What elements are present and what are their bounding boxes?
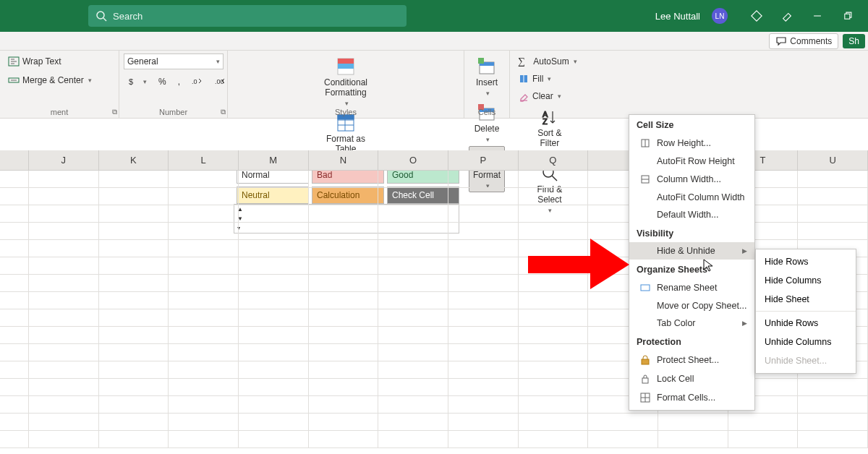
merge-center-icon bbox=[8, 74, 20, 86]
row-height-icon bbox=[639, 137, 651, 149]
col-header[interactable] bbox=[0, 150, 29, 171]
svg-text:$: $ bbox=[129, 77, 133, 86]
clear-button[interactable]: Clear▾ bbox=[514, 88, 581, 104]
cursor-icon bbox=[703, 259, 715, 275]
search-input[interactable]: Search bbox=[88, 5, 407, 27]
svg-rect-12 bbox=[338, 64, 354, 69]
protect-sheet-item[interactable]: Protect Sheet... bbox=[629, 351, 754, 369]
col-header[interactable]: Q bbox=[519, 150, 589, 171]
svg-rect-39 bbox=[528, 256, 595, 273]
svg-rect-33 bbox=[641, 285, 650, 291]
svg-marker-40 bbox=[590, 239, 629, 289]
svg-point-0 bbox=[97, 12, 104, 19]
user-name: Lee Nuttall bbox=[655, 11, 700, 22]
hide-unhide-submenu: Hide Rows Hide Columns Hide Sheet Unhide… bbox=[755, 249, 856, 374]
cells-group: Insert▾ Delete▾ Format▾ Cells bbox=[464, 51, 510, 118]
clear-icon bbox=[518, 90, 529, 102]
currency-icon: $ bbox=[127, 76, 139, 87]
col-header[interactable]: U bbox=[798, 150, 868, 171]
column-width-item[interactable]: Column Width... bbox=[629, 170, 754, 189]
svg-rect-20 bbox=[478, 58, 484, 64]
svg-rect-34 bbox=[642, 359, 649, 364]
increase-decimal-icon: .0 bbox=[192, 76, 203, 87]
col-header[interactable]: N bbox=[309, 150, 379, 171]
format-dropdown: Cell Size Row Height... AutoFit Row Heig… bbox=[629, 114, 755, 411]
number-group: General▾ $▾ % , .0 .00 Number ⧉ bbox=[119, 51, 228, 118]
submenu-arrow-icon: ▶ bbox=[742, 320, 747, 327]
rename-icon bbox=[639, 282, 651, 294]
col-header[interactable]: P bbox=[448, 150, 519, 171]
svg-rect-11 bbox=[338, 59, 354, 64]
search-placeholder: Search bbox=[113, 11, 142, 22]
wrap-text-icon bbox=[8, 56, 20, 67]
grid-row[interactable] bbox=[0, 431, 868, 448]
svg-marker-2 bbox=[752, 11, 762, 21]
col-width-icon bbox=[639, 174, 651, 185]
eraser-icon[interactable] bbox=[780, 9, 794, 23]
svg-rect-35 bbox=[642, 378, 648, 383]
insert-icon bbox=[477, 56, 497, 77]
fill-button[interactable]: Fill▾ bbox=[514, 71, 581, 87]
unhide-sheet-item: Unhide Sheet... bbox=[756, 351, 856, 370]
fill-icon bbox=[518, 73, 529, 85]
protect-icon bbox=[639, 354, 651, 366]
minimize-icon[interactable] bbox=[810, 9, 825, 23]
insert-button[interactable]: Insert▾ bbox=[469, 53, 505, 100]
share-button[interactable]: Sh bbox=[843, 34, 865, 48]
unhide-rows-item[interactable]: Unhide Rows bbox=[756, 314, 856, 333]
rename-sheet-item[interactable]: Rename Sheet bbox=[629, 278, 754, 297]
format-cells-item[interactable]: Format Cells... bbox=[629, 388, 754, 407]
col-header[interactable]: M bbox=[239, 150, 309, 171]
styles-group: Conditional Formatting▾ Format as Table▾… bbox=[228, 51, 464, 118]
svg-rect-4 bbox=[845, 14, 850, 19]
col-header[interactable]: K bbox=[99, 150, 169, 171]
conditional-formatting-button[interactable]: Conditional Formatting▾ bbox=[232, 53, 459, 110]
percent-button[interactable]: % bbox=[155, 74, 170, 89]
title-bar: Search Lee Nuttall LN bbox=[0, 0, 868, 32]
annotation-arrow-icon bbox=[528, 239, 629, 289]
format-cells-icon bbox=[639, 392, 651, 403]
increase-decimal-button[interactable]: .0 bbox=[188, 74, 207, 90]
unhide-columns-item[interactable]: Unhide Columns bbox=[756, 333, 856, 351]
number-format-select[interactable]: General▾ bbox=[124, 53, 224, 69]
ribbon: Wrap Text Merge & Center▾ ment ⧉ General… bbox=[0, 51, 868, 119]
col-header[interactable]: L bbox=[169, 150, 239, 171]
alignment-group: Wrap Text Merge & Center▾ ment ⧉ bbox=[0, 51, 119, 118]
search-icon bbox=[95, 10, 107, 22]
number-launcher-icon[interactable]: ⧉ bbox=[221, 108, 226, 116]
comments-button[interactable]: Comments bbox=[769, 33, 838, 49]
move-copy-sheet-item[interactable]: Move or Copy Sheet... bbox=[629, 297, 754, 314]
restore-icon[interactable] bbox=[841, 9, 855, 23]
lock-icon bbox=[639, 373, 651, 385]
merge-center-button[interactable]: Merge & Center▾ bbox=[4, 72, 95, 88]
comma-button[interactable]: , bbox=[174, 74, 184, 89]
comment-icon bbox=[775, 35, 787, 47]
submenu-arrow-icon: ▶ bbox=[742, 247, 747, 254]
lock-cell-item[interactable]: Lock Cell bbox=[629, 369, 754, 388]
avatar[interactable]: LN bbox=[712, 8, 728, 24]
svg-text:.0: .0 bbox=[192, 78, 197, 85]
accounting-format-button[interactable]: $▾ bbox=[124, 74, 150, 90]
conditional-formatting-icon bbox=[336, 56, 356, 77]
hide-columns-item[interactable]: Hide Columns bbox=[756, 271, 856, 290]
decrease-decimal-icon: .00 bbox=[215, 76, 226, 87]
wrap-text-button[interactable]: Wrap Text bbox=[4, 53, 65, 69]
col-header[interactable]: O bbox=[378, 150, 448, 171]
svg-line-1 bbox=[103, 18, 106, 21]
col-header[interactable]: J bbox=[29, 150, 99, 171]
autofit-row-height-item[interactable]: AutoFit Row Height bbox=[629, 153, 754, 170]
hide-sheet-item[interactable]: Hide Sheet bbox=[756, 290, 856, 309]
quick-access-row: Comments Sh bbox=[0, 32, 868, 51]
row-height-item[interactable]: Row Height... bbox=[629, 134, 754, 153]
diamond-icon[interactable] bbox=[749, 9, 764, 23]
tab-color-item[interactable]: Tab Color▶ bbox=[629, 314, 754, 332]
hide-rows-item[interactable]: Hide Rows bbox=[756, 252, 856, 271]
autosum-button[interactable]: ∑ AutoSum▾ bbox=[514, 53, 581, 69]
editing-group: ∑ AutoSum▾ Fill▾ Clear▾ AZ Sort & Filter… bbox=[510, 51, 590, 118]
autofit-column-width-item[interactable]: AutoFit Column Width bbox=[629, 189, 754, 206]
hide-unhide-item[interactable]: Hide & Unhide▶ bbox=[629, 242, 754, 260]
alignment-launcher-icon[interactable]: ⧉ bbox=[112, 108, 117, 116]
default-width-item[interactable]: Default Width... bbox=[629, 206, 754, 223]
grid-row[interactable] bbox=[0, 414, 868, 431]
